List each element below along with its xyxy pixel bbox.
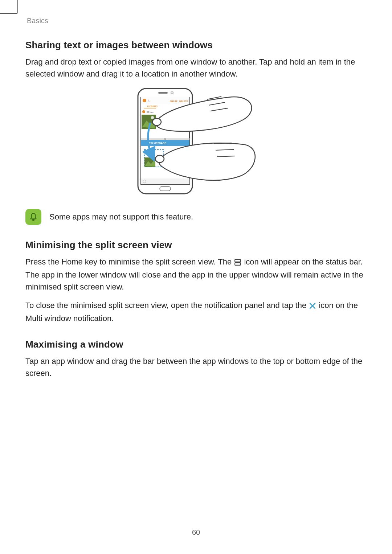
fig-share: SHARE — [170, 100, 177, 102]
paragraph-minimise-1: Press the Home key to minimise the split… — [25, 256, 367, 293]
fig-banner: EW MESSAGE — [149, 142, 167, 144]
svg-point-9 — [188, 101, 188, 102]
svg-point-14 — [151, 116, 154, 119]
fig-delete: DELETE — [179, 100, 188, 102]
paragraph-minimise-2: To close the minimised split screen view… — [25, 299, 367, 324]
fig-tab1: PICTURES — [147, 105, 158, 107]
note-callout: Some apps may not support this feature. — [25, 209, 367, 225]
svg-point-16 — [164, 138, 166, 140]
manual-page: Basics Sharing text or images between wi… — [0, 0, 392, 554]
svg-rect-2 — [158, 92, 168, 94]
svg-point-22 — [152, 118, 161, 126]
svg-rect-24 — [235, 259, 241, 262]
minimise2-text-a: To close the minimised split screen view… — [25, 301, 309, 310]
note-text: Some apps may not support this feature. — [49, 212, 193, 222]
heading-minimise: Minimising the split screen view — [25, 239, 367, 251]
heading-maximise: Maximising a window — [25, 339, 367, 350]
svg-rect-20 — [141, 178, 189, 184]
svg-point-7 — [188, 99, 188, 100]
crop-mark-vertical — [17, 0, 18, 13]
bell-icon — [25, 209, 41, 225]
minimise-text-a: Press the Home key to minimise the split… — [25, 257, 234, 266]
fig-date: 25 Nov — [147, 111, 154, 113]
svg-point-8 — [188, 100, 188, 101]
section-label: Basics — [27, 17, 367, 25]
svg-point-23 — [155, 155, 164, 163]
split-screen-icon — [234, 257, 241, 269]
page-number: 60 — [0, 528, 392, 537]
svg-rect-25 — [235, 263, 241, 265]
close-icon — [309, 300, 316, 312]
phone-illustration-svg: 1 SHARE DELETE PICTURES 25 Nov EW MESSAG… — [134, 86, 258, 199]
heading-sharing: Sharing text or images between windows — [25, 40, 367, 51]
paragraph-sharing: Drag and drop text or copied images from… — [25, 56, 367, 80]
svg-point-6 — [143, 99, 146, 102]
fig-count: 1 — [148, 99, 150, 103]
svg-point-12 — [142, 110, 145, 113]
crop-mark-horizontal — [0, 13, 17, 14]
paragraph-maximise: Tap an app window and drag the bar betwe… — [25, 355, 367, 379]
drag-drop-illustration: 1 SHARE DELETE PICTURES 25 Nov EW MESSAG… — [25, 86, 367, 199]
